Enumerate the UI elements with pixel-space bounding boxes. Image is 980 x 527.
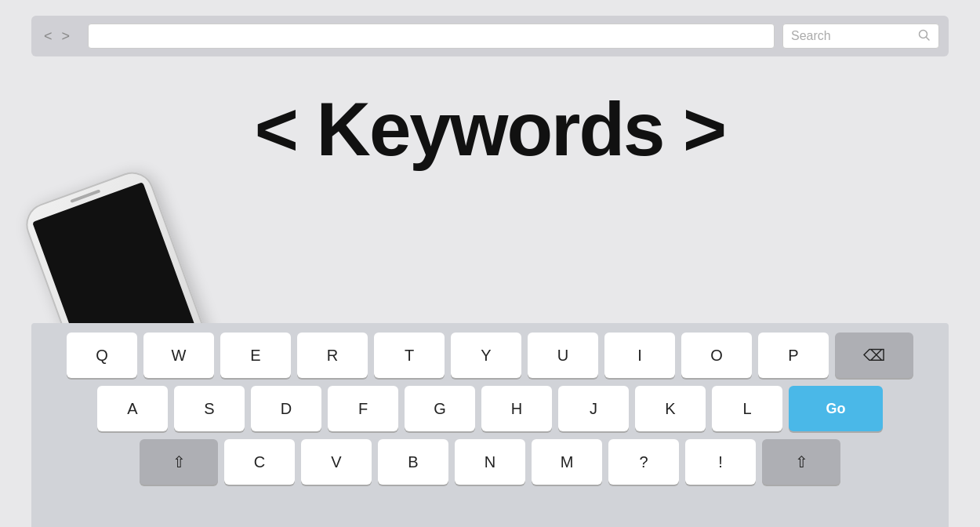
key-y[interactable]: Y	[451, 333, 521, 378]
key-q[interactable]: Q	[67, 333, 137, 378]
key-k[interactable]: K	[635, 386, 706, 431]
key-shift-right[interactable]: ⇧	[762, 439, 840, 485]
nav-buttons: < >	[41, 28, 80, 45]
key-f[interactable]: F	[328, 386, 398, 431]
keyboard-row-1: Q W E R T Y U I O P ⌫	[39, 333, 941, 378]
keyboard-row-2: A S D F G H J K L Go	[39, 386, 941, 431]
key-g[interactable]: G	[405, 386, 475, 431]
key-e[interactable]: E	[220, 333, 291, 378]
browser-bar: < > Search	[31, 16, 949, 56]
key-go[interactable]: Go	[789, 386, 883, 431]
key-m[interactable]: M	[532, 439, 602, 485]
key-question[interactable]: ?	[608, 439, 679, 485]
forward-button[interactable]: >	[59, 28, 74, 45]
key-r[interactable]: R	[297, 333, 368, 378]
key-j[interactable]: J	[558, 386, 629, 431]
search-label: Search	[791, 29, 912, 43]
key-h[interactable]: H	[481, 386, 552, 431]
key-c[interactable]: C	[224, 439, 295, 485]
key-o[interactable]: O	[681, 333, 752, 378]
key-shift-left[interactable]: ⇧	[140, 439, 218, 485]
key-p[interactable]: P	[758, 333, 829, 378]
back-button[interactable]: <	[41, 28, 56, 45]
keyboard-row-3: ⇧ C V B N M ? ! ⇧	[39, 439, 941, 485]
key-s[interactable]: S	[174, 386, 245, 431]
key-exclaim[interactable]: !	[685, 439, 756, 485]
search-icon	[918, 29, 931, 44]
search-area[interactable]: Search	[782, 24, 939, 49]
key-i[interactable]: I	[604, 333, 675, 378]
main-title: < Keywords >	[255, 86, 725, 173]
key-n[interactable]: N	[455, 439, 525, 485]
key-l[interactable]: L	[712, 386, 782, 431]
main-content: < Keywords >	[0, 86, 980, 173]
key-u[interactable]: U	[528, 333, 598, 378]
key-d[interactable]: D	[251, 386, 321, 431]
key-a[interactable]: A	[97, 386, 168, 431]
svg-line-1	[927, 37, 930, 40]
key-backspace[interactable]: ⌫	[835, 333, 913, 378]
key-t[interactable]: T	[374, 333, 445, 378]
key-v[interactable]: V	[301, 439, 372, 485]
url-bar[interactable]	[88, 24, 775, 49]
key-w[interactable]: W	[143, 333, 214, 378]
key-b[interactable]: B	[378, 439, 448, 485]
keyboard: Q W E R T Y U I O P ⌫ A S D F G H J K L …	[31, 323, 949, 527]
